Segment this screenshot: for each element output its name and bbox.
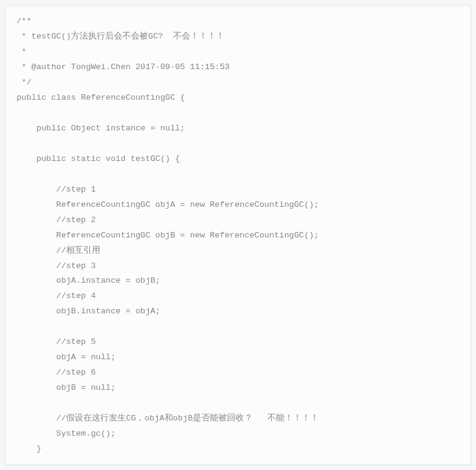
code-line: * testGC()方法执行后会不会被GC? 不会！！！！	[17, 29, 459, 45]
code-line: System.gc();	[17, 427, 459, 442]
code-line: ReferenceCountingGC objB = new Reference…	[17, 228, 459, 244]
code-line	[17, 167, 459, 182]
code-line: objB = null;	[17, 381, 459, 396]
code-line: *	[17, 45, 459, 60]
code-line	[17, 396, 459, 411]
code-line: //step 2	[17, 213, 459, 228]
code-block-container: /** * testGC()方法执行后会不会被GC? 不会！！！！ * * @a…	[5, 5, 471, 465]
code-line: public Object instance = null;	[17, 121, 459, 136]
code-line: objA = null;	[17, 350, 459, 365]
code-line	[17, 136, 459, 152]
code-line: public static void testGC() {	[17, 152, 459, 167]
code-line: //相互引用	[17, 244, 459, 259]
code-line: //step 4	[17, 289, 459, 304]
code-line	[17, 106, 459, 121]
code-line: //step 6	[17, 365, 459, 381]
code-line: }	[17, 442, 459, 457]
code-line	[17, 319, 459, 335]
code-line	[17, 457, 459, 465]
code-line: //step 1	[17, 182, 459, 198]
code-line: //step 3	[17, 259, 459, 274]
code-line: objB.instance = objA;	[17, 304, 459, 319]
code-line: //假设在这行发生CG，objA和objB是否能被回收？ 不能！！！！	[17, 411, 459, 427]
code-block: /** * testGC()方法执行后会不会被GC? 不会！！！！ * * @a…	[17, 14, 459, 465]
code-line: public class ReferenceCountingGC {	[17, 91, 459, 106]
code-line: */	[17, 75, 459, 91]
code-line: ReferenceCountingGC objA = new Reference…	[17, 198, 459, 213]
code-line: objA.instance = objB;	[17, 274, 459, 289]
code-line: /**	[17, 14, 459, 29]
code-line: * @author TongWei.Chen 2017-09-05 11:15:…	[17, 60, 459, 75]
code-line: //step 5	[17, 335, 459, 350]
